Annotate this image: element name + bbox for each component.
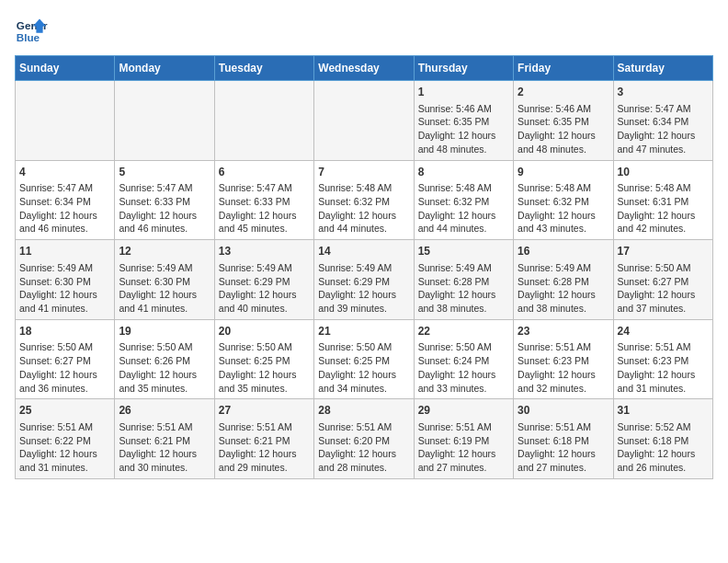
day-info: Sunrise: 5:49 AM <box>119 261 210 275</box>
calendar-body: 1Sunrise: 5:46 AMSunset: 6:35 PMDaylight… <box>16 81 713 479</box>
day-info: and 29 minutes. <box>219 461 310 475</box>
calendar-cell: 22Sunrise: 5:50 AMSunset: 6:24 PMDayligh… <box>414 319 513 399</box>
day-info: Daylight: 12 hours <box>618 447 709 461</box>
day-info: Sunrise: 5:50 AM <box>19 340 110 354</box>
day-number: 1 <box>418 85 509 100</box>
day-info: Sunset: 6:32 PM <box>318 195 409 209</box>
day-info: Sunset: 6:22 PM <box>19 434 110 448</box>
calendar-cell: 13Sunrise: 5:49 AMSunset: 6:29 PMDayligh… <box>214 240 313 320</box>
calendar-cell: 11Sunrise: 5:49 AMSunset: 6:30 PMDayligh… <box>16 240 115 320</box>
day-info: Sunrise: 5:50 AM <box>119 340 210 354</box>
day-info: Sunset: 6:31 PM <box>618 195 709 209</box>
calendar-week-row: 18Sunrise: 5:50 AMSunset: 6:27 PMDayligh… <box>16 319 713 399</box>
day-info: Sunrise: 5:49 AM <box>518 261 609 275</box>
day-number: 9 <box>518 165 609 180</box>
day-number: 2 <box>518 85 609 100</box>
day-info: Sunrise: 5:49 AM <box>318 261 409 275</box>
day-info: and 37 minutes. <box>618 302 709 316</box>
day-info: Sunrise: 5:51 AM <box>518 420 609 434</box>
day-info: Daylight: 12 hours <box>19 209 110 223</box>
weekday-header: Friday <box>514 56 613 81</box>
day-info: and 41 minutes. <box>119 302 210 316</box>
day-info: Daylight: 12 hours <box>119 288 210 302</box>
calendar-cell: 16Sunrise: 5:49 AMSunset: 6:28 PMDayligh… <box>514 240 613 320</box>
day-info: Daylight: 12 hours <box>119 209 210 223</box>
day-info: Sunrise: 5:46 AM <box>518 102 609 116</box>
day-number: 14 <box>318 244 409 259</box>
day-info: Sunrise: 5:51 AM <box>219 420 310 434</box>
weekday-header: Wednesday <box>314 56 414 81</box>
day-info: Daylight: 12 hours <box>119 368 210 382</box>
calendar-cell: 27Sunrise: 5:51 AMSunset: 6:21 PMDayligh… <box>214 399 313 479</box>
day-info: Daylight: 12 hours <box>518 288 609 302</box>
day-info: Sunrise: 5:49 AM <box>19 261 110 275</box>
calendar-cell: 9Sunrise: 5:48 AMSunset: 6:32 PMDaylight… <box>514 160 613 240</box>
day-info: Sunrise: 5:48 AM <box>518 181 609 195</box>
day-number: 7 <box>318 165 409 180</box>
calendar-cell: 12Sunrise: 5:49 AMSunset: 6:30 PMDayligh… <box>115 240 214 320</box>
day-info: Sunset: 6:35 PM <box>418 115 509 129</box>
calendar-cell: 4Sunrise: 5:47 AMSunset: 6:34 PMDaylight… <box>16 160 115 240</box>
day-info: and 31 minutes. <box>19 461 110 475</box>
weekday-header: Sunday <box>16 56 115 81</box>
day-info: and 35 minutes. <box>219 382 310 396</box>
day-info: Daylight: 12 hours <box>19 288 110 302</box>
day-info: Daylight: 12 hours <box>219 368 310 382</box>
day-info: Sunset: 6:34 PM <box>618 115 709 129</box>
day-info: Daylight: 12 hours <box>219 209 310 223</box>
day-number: 29 <box>418 403 509 419</box>
day-number: 12 <box>119 244 210 259</box>
day-info: Daylight: 12 hours <box>318 288 409 302</box>
day-info: Sunset: 6:21 PM <box>119 434 210 448</box>
day-info: Sunset: 6:28 PM <box>418 275 509 289</box>
day-info: Sunset: 6:26 PM <box>119 354 210 368</box>
day-info: Sunrise: 5:47 AM <box>119 181 210 195</box>
day-info: and 40 minutes. <box>219 302 310 316</box>
day-number: 18 <box>19 324 110 339</box>
day-info: Daylight: 12 hours <box>19 368 110 382</box>
day-info: and 32 minutes. <box>518 382 609 396</box>
day-info: Sunset: 6:18 PM <box>518 434 609 448</box>
day-info: and 43 minutes. <box>518 222 609 236</box>
day-info: Daylight: 12 hours <box>418 209 509 223</box>
day-info: Daylight: 12 hours <box>618 288 709 302</box>
day-info: Daylight: 12 hours <box>219 288 310 302</box>
day-info: Sunrise: 5:51 AM <box>418 420 509 434</box>
calendar-cell: 10Sunrise: 5:48 AMSunset: 6:31 PMDayligh… <box>613 160 712 240</box>
day-number: 21 <box>318 324 409 339</box>
calendar-cell: 26Sunrise: 5:51 AMSunset: 6:21 PMDayligh… <box>115 399 214 479</box>
day-info: Sunrise: 5:48 AM <box>418 181 509 195</box>
day-info: Sunset: 6:33 PM <box>119 195 210 209</box>
day-info: Sunrise: 5:48 AM <box>618 181 709 195</box>
day-number: 31 <box>618 403 709 419</box>
day-info: Sunrise: 5:51 AM <box>318 420 409 434</box>
day-number: 8 <box>418 165 509 180</box>
day-info: Sunrise: 5:46 AM <box>418 102 509 116</box>
calendar-cell <box>115 81 214 161</box>
calendar-cell: 3Sunrise: 5:47 AMSunset: 6:34 PMDaylight… <box>613 81 712 161</box>
calendar-cell: 25Sunrise: 5:51 AMSunset: 6:22 PMDayligh… <box>16 399 115 479</box>
logo: General Blue <box>15 15 51 48</box>
day-info: and 47 minutes. <box>618 143 709 156</box>
day-info: and 44 minutes. <box>418 222 509 236</box>
day-info: and 33 minutes. <box>418 382 509 396</box>
day-info: Sunrise: 5:50 AM <box>418 340 509 354</box>
weekday-header: Tuesday <box>214 56 313 81</box>
day-number: 3 <box>618 85 709 100</box>
calendar-cell: 14Sunrise: 5:49 AMSunset: 6:29 PMDayligh… <box>314 240 414 320</box>
day-info: Sunrise: 5:51 AM <box>518 340 609 354</box>
day-info: Sunrise: 5:50 AM <box>618 261 709 275</box>
day-info: Sunrise: 5:51 AM <box>618 340 709 354</box>
day-info: Daylight: 12 hours <box>418 288 509 302</box>
day-info: and 38 minutes. <box>518 302 609 316</box>
day-info: Daylight: 12 hours <box>318 368 409 382</box>
calendar-cell: 2Sunrise: 5:46 AMSunset: 6:35 PMDaylight… <box>514 81 613 161</box>
day-info: Sunset: 6:25 PM <box>318 354 409 368</box>
day-info: and 45 minutes. <box>219 222 310 236</box>
calendar-cell: 30Sunrise: 5:51 AMSunset: 6:18 PMDayligh… <box>514 399 613 479</box>
day-number: 25 <box>19 403 110 419</box>
day-info: and 48 minutes. <box>418 143 509 156</box>
calendar-cell: 7Sunrise: 5:48 AMSunset: 6:32 PMDaylight… <box>314 160 414 240</box>
day-info: Daylight: 12 hours <box>318 209 409 223</box>
day-info: and 41 minutes. <box>19 302 110 316</box>
